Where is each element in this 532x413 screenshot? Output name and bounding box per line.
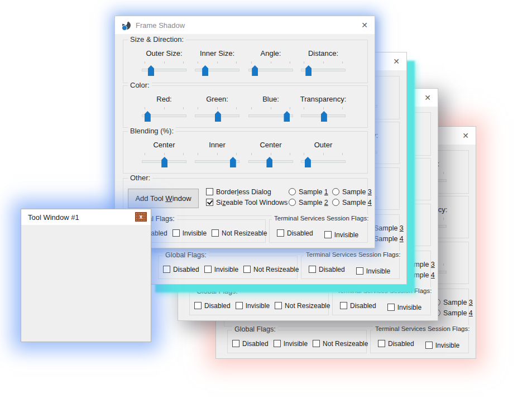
checkbox-box[interactable] bbox=[172, 229, 180, 237]
slider[interactable] bbox=[195, 107, 239, 122]
radio-circle[interactable] bbox=[332, 199, 339, 206]
slider-handle[interactable] bbox=[230, 157, 236, 167]
tool-window-titlebar[interactable]: Tool Window #1 x bbox=[21, 209, 151, 225]
checkbox-ts-invisible[interactable]: Invisible bbox=[356, 266, 390, 276]
checkbox-box[interactable] bbox=[212, 229, 219, 237]
checkbox-ts-disabled[interactable]: Disabled bbox=[309, 265, 345, 274]
checkbox-disabled[interactable]: Disabled bbox=[194, 301, 231, 310]
checkbox-box[interactable] bbox=[204, 266, 212, 273]
checkbox-box[interactable] bbox=[277, 229, 284, 237]
checkbox-disabled[interactable]: Disabled bbox=[232, 339, 269, 348]
checkbox-box[interactable] bbox=[206, 188, 213, 195]
radio-circle[interactable] bbox=[289, 188, 296, 195]
checkbox-box[interactable] bbox=[163, 266, 170, 273]
slider-handle[interactable] bbox=[148, 65, 154, 76]
close-icon[interactable]: ✕ bbox=[386, 57, 406, 66]
close-icon[interactable]: ✕ bbox=[456, 131, 476, 140]
checkbox-disabled[interactable]: Disabled bbox=[163, 265, 199, 274]
checkbox-box[interactable] bbox=[425, 342, 433, 349]
checkbox-invisible[interactable]: Invisible bbox=[204, 265, 238, 274]
slider-handle[interactable] bbox=[161, 157, 167, 167]
tool-window-close-button[interactable]: x bbox=[135, 212, 147, 222]
checkbox-box[interactable] bbox=[309, 266, 316, 273]
checkbox-label: Not Resizeable bbox=[253, 266, 299, 273]
checkbox-box[interactable] bbox=[206, 199, 213, 206]
checkbox-invisible[interactable]: Invisible bbox=[172, 228, 207, 238]
checkbox-not-resizeable[interactable]: Not Resizeable bbox=[313, 339, 368, 348]
checkbox-box[interactable] bbox=[378, 340, 385, 347]
checkbox-box[interactable] bbox=[232, 340, 239, 347]
checkbox-box[interactable] bbox=[387, 304, 395, 311]
slider-red: Red: bbox=[136, 95, 192, 122]
radio-sample-3[interactable]: Sample 3 bbox=[433, 297, 473, 307]
slider-tick bbox=[323, 107, 324, 109]
slider-handle[interactable] bbox=[145, 111, 151, 122]
group-global-flags: Global Flags: Disabled Invisible Not Res… bbox=[227, 330, 367, 353]
slider-handle[interactable] bbox=[215, 111, 221, 122]
slider-tick bbox=[198, 61, 198, 64]
slider[interactable] bbox=[301, 61, 346, 76]
slider-handle[interactable] bbox=[202, 65, 208, 76]
radio-sample-3[interactable]: Sample 3 bbox=[332, 187, 372, 196]
radio-sample-2[interactable]: Sample 2 bbox=[289, 198, 328, 207]
checkbox-invisible[interactable]: Invisible bbox=[274, 339, 308, 348]
slider-handle[interactable] bbox=[321, 111, 327, 122]
checkbox-box[interactable] bbox=[243, 266, 251, 273]
slider-handle[interactable] bbox=[284, 111, 290, 122]
checkbox-box[interactable] bbox=[340, 302, 347, 309]
slider-handle[interactable] bbox=[305, 157, 311, 167]
slider-distance: Distance: bbox=[295, 49, 351, 76]
checkbox-not-resizeable[interactable]: Not Resizeable bbox=[275, 301, 330, 310]
add-tool-window-button[interactable]: Add Tool Window bbox=[128, 189, 199, 208]
group-label: Terminal Services Session Flags: bbox=[272, 215, 371, 222]
checkbox-not-resizeable[interactable]: Not Resizeable bbox=[243, 265, 299, 274]
slider[interactable] bbox=[195, 61, 239, 76]
slider-tick bbox=[217, 107, 218, 109]
close-icon[interactable]: ✕ bbox=[418, 93, 438, 102]
checkbox-ts-disabled[interactable]: Disabled bbox=[378, 339, 414, 348]
checkbox-not-resizeable[interactable]: Not Resizeable bbox=[212, 228, 267, 238]
slider-tick bbox=[145, 61, 145, 64]
checkbox-box[interactable] bbox=[194, 302, 202, 309]
slider-track[interactable] bbox=[195, 69, 239, 71]
checkbox-sizeable-tool-windows[interactable]: Sizeable Tool Windows bbox=[206, 198, 287, 207]
slider[interactable] bbox=[142, 153, 186, 168]
tool-window-1[interactable]: Tool Window #1 x bbox=[21, 209, 151, 342]
slider[interactable] bbox=[301, 107, 346, 122]
checkbox-borderless-dialog[interactable]: Borderless Dialog bbox=[206, 187, 287, 196]
checkbox-box[interactable] bbox=[275, 302, 282, 309]
slider-tick bbox=[443, 218, 444, 220]
slider[interactable] bbox=[142, 61, 186, 76]
radio-circle[interactable] bbox=[289, 199, 296, 206]
slider[interactable] bbox=[301, 153, 346, 168]
slider-handle[interactable] bbox=[252, 65, 258, 76]
sample-radios-col-2: Sample 3 Sample 4 bbox=[332, 187, 372, 208]
slider[interactable] bbox=[248, 61, 293, 76]
slider-handle[interactable] bbox=[305, 65, 311, 76]
checkbox-box[interactable] bbox=[324, 231, 332, 238]
checkbox-ts-invisible[interactable]: Invisible bbox=[324, 230, 358, 239]
slider[interactable] bbox=[195, 153, 239, 168]
radio-sample-4[interactable]: Sample 4 bbox=[332, 198, 372, 207]
checkbox-box[interactable] bbox=[274, 340, 281, 347]
slider[interactable] bbox=[248, 153, 293, 168]
slider[interactable] bbox=[142, 107, 186, 122]
checkbox-box[interactable] bbox=[356, 267, 363, 275]
titlebar[interactable]: Frame Shadow ✕ bbox=[115, 16, 375, 34]
radio-sample-4[interactable]: Sample 4 bbox=[433, 308, 473, 318]
radio-sample-1[interactable]: Sample 1 bbox=[289, 187, 328, 196]
checkbox-ts-disabled[interactable]: Disabled bbox=[277, 228, 313, 238]
slider-tick bbox=[236, 107, 237, 109]
checkbox-invisible[interactable]: Invisible bbox=[236, 301, 270, 310]
checkbox-ts-disabled[interactable]: Disabled bbox=[340, 301, 376, 310]
slider[interactable] bbox=[248, 107, 293, 122]
checkbox-box[interactable] bbox=[236, 302, 243, 309]
slider-handle[interactable] bbox=[266, 157, 272, 167]
checkbox-ts-invisible[interactable]: Invisible bbox=[425, 340, 459, 350]
close-icon[interactable]: ✕ bbox=[354, 21, 375, 30]
checkbox-ts-invisible[interactable]: Invisible bbox=[387, 302, 421, 312]
radio-circle[interactable] bbox=[332, 188, 339, 195]
frame-shadow-dialog[interactable]: Frame Shadow ✕ Size & Direction: Outer S… bbox=[114, 16, 375, 248]
slider-tick bbox=[164, 153, 165, 155]
checkbox-box[interactable] bbox=[313, 340, 320, 347]
